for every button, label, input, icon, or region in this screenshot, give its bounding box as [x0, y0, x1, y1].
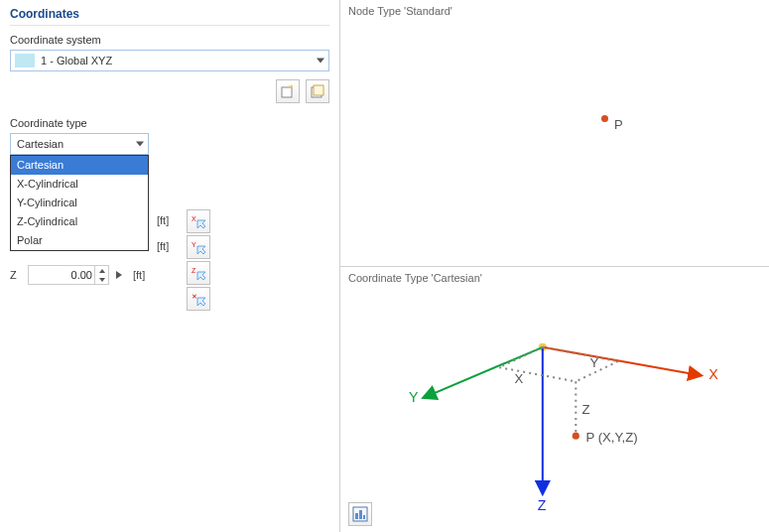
coord-type-option-z-cylindrical[interactable]: Z-Cylindrical — [11, 212, 148, 231]
preview-point-icon — [601, 115, 608, 122]
diagram-settings-button[interactable] — [348, 502, 372, 526]
chevron-down-icon — [136, 142, 144, 147]
node-type-preview: P — [348, 24, 761, 258]
svg-rect-4 — [314, 85, 323, 95]
diagram-settings-icon — [352, 506, 368, 522]
coord-type-value: Cartesian — [17, 138, 64, 150]
svg-text:Z: Z — [581, 401, 589, 416]
z-axis-label: Z — [10, 269, 28, 281]
stepper-down-icon[interactable] — [95, 275, 108, 284]
library-button[interactable] — [306, 79, 329, 103]
coord-type-preview: X Y Z X Y Z P (X,Y,Z) — [348, 291, 761, 525]
svg-text:X: X — [514, 371, 523, 386]
svg-text:Z: Z — [192, 267, 196, 274]
svg-marker-10 — [197, 272, 205, 280]
pick-z-button[interactable]: Z — [187, 261, 210, 285]
svg-rect-0 — [282, 87, 292, 97]
svg-marker-8 — [197, 246, 205, 254]
svg-text:Y: Y — [192, 241, 196, 248]
pick-x-button[interactable]: X — [187, 209, 210, 233]
coord-type-select[interactable]: Cartesian — [10, 133, 149, 155]
coord-system-select[interactable]: 1 - Global XYZ — [10, 50, 329, 71]
stepper-up-icon[interactable] — [95, 266, 108, 275]
svg-text:X: X — [708, 366, 718, 382]
chevron-down-icon — [317, 59, 324, 64]
svg-text:✕: ✕ — [192, 293, 197, 300]
z-unit: [ft] — [133, 269, 159, 281]
svg-text:Z: Z — [538, 497, 547, 513]
svg-point-28 — [573, 432, 579, 439]
svg-marker-6 — [197, 220, 205, 228]
axes-diagram-icon: X Y Z X Y Z P (X,Y,Z) — [348, 291, 761, 525]
svg-rect-32 — [359, 510, 362, 519]
svg-line-14 — [543, 346, 701, 374]
new-coord-system-button[interactable] — [276, 79, 300, 103]
label-coord-system: Coordinate system — [10, 34, 329, 46]
svg-text:Y: Y — [409, 388, 419, 404]
pick-point-button[interactable]: ✕ — [187, 287, 210, 311]
coord-type-option-y-cylindrical[interactable]: Y-Cylindrical — [11, 194, 148, 212]
coord-type-option-cartesian[interactable]: Cartesian — [11, 156, 148, 175]
svg-rect-31 — [355, 513, 358, 519]
unit-row-2: [ft] — [157, 240, 169, 252]
preview-point-label: P — [614, 117, 623, 132]
svg-rect-33 — [363, 515, 365, 519]
label-coord-type: Coordinate type — [10, 117, 329, 129]
svg-text:X: X — [192, 215, 196, 222]
svg-line-21 — [499, 367, 576, 381]
coord-type-dropdown[interactable]: Cartesian X-Cylindrical Y-Cylindrical Z-… — [10, 155, 149, 251]
unit-row-1: [ft] — [157, 214, 169, 226]
z-input[interactable]: 0.00 — [28, 265, 95, 285]
cursor-y-icon: Y — [191, 239, 206, 255]
library-icon — [310, 83, 325, 99]
svg-marker-12 — [197, 298, 205, 306]
node-type-preview-title: Node Type 'Standard' — [340, 0, 769, 22]
coord-system-swatch-icon — [15, 54, 35, 67]
cursor-z-icon: Z — [191, 265, 206, 281]
coord-type-option-polar[interactable]: Polar — [11, 231, 148, 250]
pick-y-button[interactable]: Y — [187, 235, 210, 259]
z-stepper[interactable] — [95, 265, 109, 285]
coord-type-preview-title: Coordinate Type 'Cartesian' — [340, 267, 769, 289]
svg-text:Y: Y — [590, 355, 599, 370]
cursor-icon: ✕ — [191, 291, 206, 307]
new-item-icon — [280, 83, 296, 99]
cursor-x-icon: X — [191, 213, 206, 229]
coord-system-value: 1 - Global XYZ — [41, 55, 112, 66]
svg-text:P (X,Y,Z): P (X,Y,Z) — [585, 430, 637, 445]
section-title-coordinates: Coordinates — [10, 4, 329, 26]
z-arrow-button[interactable] — [111, 265, 127, 285]
coord-type-option-x-cylindrical[interactable]: X-Cylindrical — [11, 175, 148, 194]
